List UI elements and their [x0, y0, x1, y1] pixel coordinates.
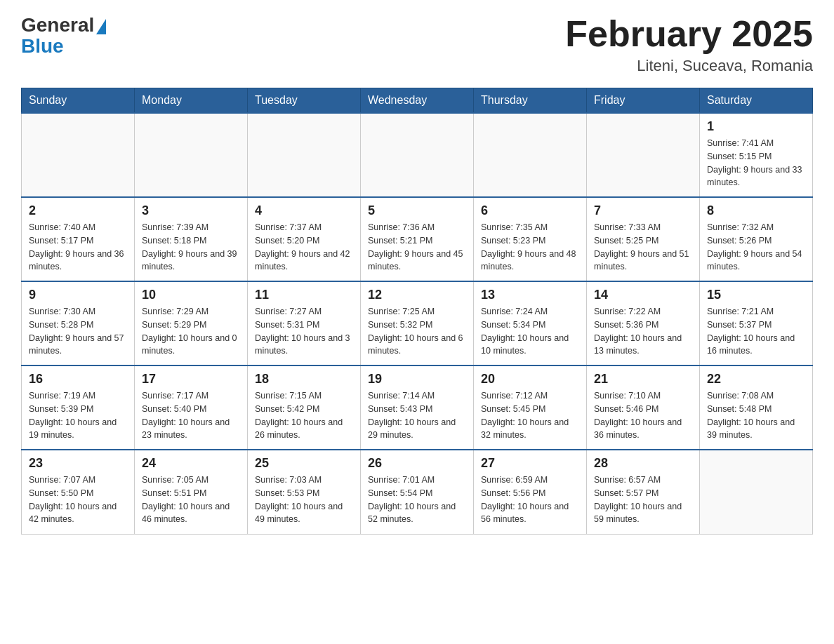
calendar-cell: 12Sunrise: 7:25 AMSunset: 5:32 PMDayligh… — [361, 281, 474, 365]
day-info: Sunrise: 7:03 AMSunset: 5:53 PMDaylight:… — [255, 474, 353, 526]
day-number: 18 — [255, 372, 353, 387]
day-number: 10 — [142, 288, 240, 302]
day-number: 7 — [594, 203, 692, 218]
day-of-week-header: Monday — [135, 88, 248, 114]
calendar-cell: 2Sunrise: 7:40 AMSunset: 5:17 PMDaylight… — [22, 197, 135, 281]
week-row: 1Sunrise: 7:41 AMSunset: 5:15 PMDaylight… — [22, 113, 813, 197]
day-info: Sunrise: 7:32 AMSunset: 5:26 PMDaylight:… — [707, 221, 805, 274]
day-of-week-header: Sunday — [22, 88, 135, 114]
calendar-cell: 21Sunrise: 7:10 AMSunset: 5:46 PMDayligh… — [587, 365, 700, 450]
day-number: 27 — [481, 456, 579, 471]
calendar-cell — [248, 113, 361, 197]
day-number: 1 — [707, 119, 805, 134]
day-number: 28 — [594, 456, 692, 471]
calendar-cell — [135, 113, 248, 197]
day-number: 21 — [594, 372, 692, 387]
calendar-cell: 3Sunrise: 7:39 AMSunset: 5:18 PMDaylight… — [135, 197, 248, 281]
day-info: Sunrise: 7:27 AMSunset: 5:31 PMDaylight:… — [255, 305, 353, 358]
day-info: Sunrise: 7:21 AMSunset: 5:37 PMDaylight:… — [707, 305, 805, 358]
day-info: Sunrise: 6:59 AMSunset: 5:56 PMDaylight:… — [481, 474, 579, 526]
week-row: 9Sunrise: 7:30 AMSunset: 5:28 PMDaylight… — [22, 281, 813, 365]
day-of-week-header: Wednesday — [361, 88, 474, 114]
day-info: Sunrise: 7:08 AMSunset: 5:48 PMDaylight:… — [707, 389, 805, 442]
calendar-cell: 6Sunrise: 7:35 AMSunset: 5:23 PMDaylight… — [474, 197, 587, 281]
day-info: Sunrise: 7:10 AMSunset: 5:46 PMDaylight:… — [594, 389, 692, 442]
day-info: Sunrise: 7:19 AMSunset: 5:39 PMDaylight:… — [29, 389, 127, 442]
calendar-cell: 8Sunrise: 7:32 AMSunset: 5:26 PMDaylight… — [700, 197, 813, 281]
calendar-cell: 9Sunrise: 7:30 AMSunset: 5:28 PMDaylight… — [22, 281, 135, 365]
logo: General Blue — [21, 14, 106, 58]
calendar-cell: 14Sunrise: 7:22 AMSunset: 5:36 PMDayligh… — [587, 281, 700, 365]
calendar-cell: 24Sunrise: 7:05 AMSunset: 5:51 PMDayligh… — [135, 450, 248, 534]
day-number: 9 — [29, 288, 127, 302]
day-info: Sunrise: 7:33 AMSunset: 5:25 PMDaylight:… — [594, 221, 692, 274]
day-info: Sunrise: 7:41 AMSunset: 5:15 PMDaylight:… — [707, 137, 805, 189]
location-title: Liteni, Suceava, Romania — [565, 57, 813, 75]
day-number: 25 — [255, 456, 353, 471]
day-of-week-header: Thursday — [474, 88, 587, 114]
day-info: Sunrise: 7:15 AMSunset: 5:42 PMDaylight:… — [255, 389, 353, 442]
day-info: Sunrise: 7:36 AMSunset: 5:21 PMDaylight:… — [368, 221, 466, 274]
calendar-table: SundayMondayTuesdayWednesdayThursdayFrid… — [21, 88, 813, 535]
day-info: Sunrise: 7:05 AMSunset: 5:51 PMDaylight:… — [142, 474, 240, 526]
calendar-cell — [587, 113, 700, 197]
day-number: 24 — [142, 456, 240, 471]
day-info: Sunrise: 7:39 AMSunset: 5:18 PMDaylight:… — [142, 221, 240, 274]
day-number: 16 — [29, 372, 127, 387]
day-number: 12 — [368, 288, 466, 302]
day-number: 5 — [368, 203, 466, 218]
day-info: Sunrise: 7:30 AMSunset: 5:28 PMDaylight:… — [29, 305, 127, 358]
day-info: Sunrise: 7:17 AMSunset: 5:40 PMDaylight:… — [142, 389, 240, 442]
day-number: 20 — [481, 372, 579, 387]
calendar-cell — [361, 113, 474, 197]
calendar-cell: 11Sunrise: 7:27 AMSunset: 5:31 PMDayligh… — [248, 281, 361, 365]
calendar-cell: 18Sunrise: 7:15 AMSunset: 5:42 PMDayligh… — [248, 365, 361, 450]
title-section: February 2025 Liteni, Suceava, Romania — [565, 14, 813, 75]
day-number: 13 — [481, 288, 579, 302]
logo-general-text: General — [21, 14, 94, 36]
day-of-week-header: Tuesday — [248, 88, 361, 114]
day-number: 22 — [707, 372, 805, 387]
day-number: 8 — [707, 203, 805, 218]
calendar-cell: 22Sunrise: 7:08 AMSunset: 5:48 PMDayligh… — [700, 365, 813, 450]
logo-triangle-icon — [96, 19, 106, 34]
calendar-cell: 20Sunrise: 7:12 AMSunset: 5:45 PMDayligh… — [474, 365, 587, 450]
calendar-cell: 1Sunrise: 7:41 AMSunset: 5:15 PMDaylight… — [700, 113, 813, 197]
day-number: 4 — [255, 203, 353, 218]
day-number: 15 — [707, 288, 805, 302]
calendar-cell — [700, 450, 813, 534]
day-number: 26 — [368, 456, 466, 471]
calendar-cell: 13Sunrise: 7:24 AMSunset: 5:34 PMDayligh… — [474, 281, 587, 365]
calendar-cell: 5Sunrise: 7:36 AMSunset: 5:21 PMDaylight… — [361, 197, 474, 281]
calendar-cell: 4Sunrise: 7:37 AMSunset: 5:20 PMDaylight… — [248, 197, 361, 281]
day-info: Sunrise: 6:57 AMSunset: 5:57 PMDaylight:… — [594, 474, 692, 526]
calendar-header-row: SundayMondayTuesdayWednesdayThursdayFrid… — [22, 88, 813, 114]
calendar-cell: 25Sunrise: 7:03 AMSunset: 5:53 PMDayligh… — [248, 450, 361, 534]
calendar-cell: 10Sunrise: 7:29 AMSunset: 5:29 PMDayligh… — [135, 281, 248, 365]
calendar-cell: 16Sunrise: 7:19 AMSunset: 5:39 PMDayligh… — [22, 365, 135, 450]
week-row: 2Sunrise: 7:40 AMSunset: 5:17 PMDaylight… — [22, 197, 813, 281]
day-info: Sunrise: 7:22 AMSunset: 5:36 PMDaylight:… — [594, 305, 692, 358]
calendar-cell: 23Sunrise: 7:07 AMSunset: 5:50 PMDayligh… — [22, 450, 135, 534]
day-number: 23 — [29, 456, 127, 471]
day-info: Sunrise: 7:12 AMSunset: 5:45 PMDaylight:… — [481, 389, 579, 442]
day-number: 11 — [255, 288, 353, 302]
day-info: Sunrise: 7:07 AMSunset: 5:50 PMDaylight:… — [29, 474, 127, 526]
calendar-cell: 28Sunrise: 6:57 AMSunset: 5:57 PMDayligh… — [587, 450, 700, 534]
day-of-week-header: Saturday — [700, 88, 813, 114]
calendar-cell: 15Sunrise: 7:21 AMSunset: 5:37 PMDayligh… — [700, 281, 813, 365]
page-header: General Blue February 2025 Liteni, Sucea… — [21, 14, 813, 75]
day-number: 2 — [29, 203, 127, 218]
calendar-cell: 7Sunrise: 7:33 AMSunset: 5:25 PMDaylight… — [587, 197, 700, 281]
day-of-week-header: Friday — [587, 88, 700, 114]
day-number: 14 — [594, 288, 692, 302]
day-info: Sunrise: 7:24 AMSunset: 5:34 PMDaylight:… — [481, 305, 579, 358]
day-number: 3 — [142, 203, 240, 218]
day-number: 19 — [368, 372, 466, 387]
day-number: 6 — [481, 203, 579, 218]
logo-blue-text: Blue — [21, 35, 64, 58]
calendar-cell: 17Sunrise: 7:17 AMSunset: 5:40 PMDayligh… — [135, 365, 248, 450]
day-number: 17 — [142, 372, 240, 387]
calendar-cell — [22, 113, 135, 197]
day-info: Sunrise: 7:40 AMSunset: 5:17 PMDaylight:… — [29, 221, 127, 274]
